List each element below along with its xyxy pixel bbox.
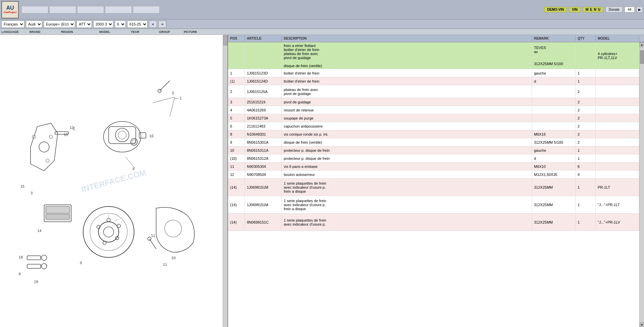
cell-pos: 9 (228, 138, 245, 146)
logo-sub: CarProps! (4, 11, 17, 14)
nav-btn-3[interactable] (77, 6, 104, 13)
svg-text:3: 3 (31, 191, 33, 195)
cell-pos: 6 (228, 122, 245, 130)
cell-qty: 1 (576, 154, 596, 162)
cell-qty: 1 (576, 214, 596, 231)
prev-picture-button[interactable]: « (149, 20, 157, 28)
language-select[interactable]: Français (1, 20, 24, 28)
table-row[interactable]: 12 N90708504 boulon autoserreur M12X1,50… (228, 171, 639, 179)
nav-btn-1[interactable] (21, 6, 48, 13)
cell-article: 211611483 (245, 122, 282, 130)
table-row[interactable]: (14) 1J0698151M 1 serie plaquettes de fr… (228, 196, 639, 214)
nav-btn-4[interactable] (105, 6, 132, 13)
cell-remark: 312X25MM (532, 214, 576, 231)
cell-description: boitier d'etrier de frein (282, 77, 532, 85)
table-row[interactable]: 1 1J0615123D boitier d'etrier de frein g… (228, 69, 639, 77)
cell-remark (532, 122, 576, 130)
menu-button[interactable]: M E N U (583, 7, 604, 12)
logo-au: AU (4, 5, 17, 11)
cell-pos: 2 (228, 85, 245, 98)
cell-description: protecteur p. disque de frein (282, 154, 532, 162)
brand-label: BRAND (30, 30, 60, 34)
table-row[interactable]: (14) 1J0698151M 1 serie plaquettes de fr… (228, 179, 639, 196)
demo-vin-button[interactable]: DEMO-VIN (544, 7, 567, 12)
cell-model: PR-1LT (596, 179, 639, 196)
group-label: GROUP (159, 30, 182, 34)
cell-description: vis conique ronde six p. int. (282, 130, 532, 138)
cell-remark: 312X25MM (532, 196, 576, 213)
table-row[interactable]: 5 1K0615273A soupape de purge 2 (228, 114, 639, 122)
header-model: 4 cylindres+ PR-1LT,1LV (596, 42, 639, 69)
diagram-scroll-thumb[interactable] (223, 35, 227, 45)
table-row-header[interactable]: frein a etrier flottant boitier d'etrier… (228, 42, 639, 69)
model-select[interactable]: ATT (76, 20, 92, 28)
main-content: 5 — 1 16 (0, 35, 644, 327)
scroll-track (640, 47, 644, 322)
cell-model (596, 171, 639, 178)
parts-diagram[interactable]: 5 — 1 16 (0, 35, 227, 327)
cell-pos: 4 (228, 106, 245, 114)
brand-select[interactable]: Audi (26, 20, 42, 28)
table-row[interactable]: 11 N90305304 vis 6 pans a embase M6X10 6 (228, 162, 639, 171)
cell-model: "J..."+PR-1LT (596, 196, 639, 213)
header-nav-buttons (21, 6, 544, 13)
table-row[interactable]: 8 N10648301 vis conique ronde six p. int… (228, 130, 639, 138)
cell-description: pivot de guidage (282, 98, 532, 106)
header-qty (576, 42, 596, 69)
picture-select[interactable]: 615-25 (127, 20, 148, 28)
cell-remark: 312X25MM (532, 179, 576, 196)
table-row[interactable]: 10 8N0615311A protecteur p. disque de fr… (228, 146, 639, 154)
scroll-up-button[interactable]: ▲ (640, 42, 644, 47)
cell-qty: 2 (576, 106, 596, 114)
donate-button[interactable]: Donate (606, 7, 623, 12)
diagram-scrollbar[interactable] (223, 35, 227, 327)
svg-text:11: 11 (163, 263, 167, 267)
svg-text:5: 5 (172, 91, 174, 95)
svg-text:15: 15 (64, 133, 68, 137)
table-scrollbar[interactable]: ▲ ▼ (639, 42, 644, 327)
cell-description: disque de frein (ventile) (282, 138, 532, 146)
header-pos (228, 42, 245, 69)
table-row[interactable]: 2 1J0615125A plateau de frein avec pivot… (228, 85, 639, 98)
cell-article: 1J0698151M (245, 179, 282, 196)
table-row[interactable]: (10) 8N0615312A protecteur p. disque de … (228, 154, 639, 162)
year-select[interactable]: 2003 3 (93, 20, 113, 28)
cell-qty: 2 (576, 130, 596, 138)
cell-article: 1J0615124D (245, 77, 282, 85)
svg-text:— 1: — 1 (175, 96, 181, 100)
vin-button[interactable]: VIN (569, 7, 581, 12)
cell-article: 1J0615123D (245, 69, 282, 77)
table-row[interactable]: (14) 8N0698151C 1 serie plaquettes de fr… (228, 214, 639, 231)
group-select[interactable]: 6 (115, 20, 126, 28)
labels-row: LANGUAGE BRAND REGION MODEL YEAR GROUP P… (0, 29, 644, 35)
col-article: ARTICLE (245, 36, 282, 41)
cell-remark: M12X1,50X35 (532, 171, 576, 178)
nav-btn-5[interactable] (133, 6, 160, 13)
table-row[interactable]: 4 4A0615269 ressort de retenue 2 (228, 106, 639, 114)
cell-model (596, 69, 639, 77)
next-picture-button[interactable]: » (158, 20, 166, 28)
region-select[interactable]: Europe+ (EU) (44, 20, 75, 28)
scroll-down-button[interactable]: ▼ (640, 322, 644, 327)
table-row[interactable]: 6 211611483 capuchon antipoussiere 2 (228, 122, 639, 130)
cell-qty: 6 (576, 162, 596, 170)
cell-model (596, 146, 639, 154)
nav-btn-2[interactable] (49, 6, 76, 13)
logo[interactable]: AU CarProps! (1, 1, 19, 18)
cell-description: boitier d'etrier de frein (282, 69, 532, 77)
svg-text:18: 18 (19, 255, 23, 259)
cell-article: N90305304 (245, 162, 282, 170)
table-row[interactable]: 9 8N0615301A disque de frein (ventile) 3… (228, 138, 639, 146)
cell-description: soupape de purge (282, 114, 532, 122)
svg-rect-20 (46, 206, 70, 213)
cell-remark: M6X16 (532, 130, 576, 138)
scroll-thumb[interactable] (640, 50, 644, 64)
cell-model (596, 162, 639, 170)
col-pos: POS (228, 36, 245, 41)
cell-article: 251615219 (245, 98, 282, 106)
picture-label: PICTURE (184, 30, 211, 34)
table-row[interactable]: (1) 1J0615124D boitier d'etrier de frein… (228, 77, 639, 85)
cell-pos: 10 (228, 146, 245, 154)
counter-arrow-button[interactable]: ▶ (637, 7, 643, 12)
table-row[interactable]: 3 251615219 pivot de guidage 2 (228, 98, 639, 106)
